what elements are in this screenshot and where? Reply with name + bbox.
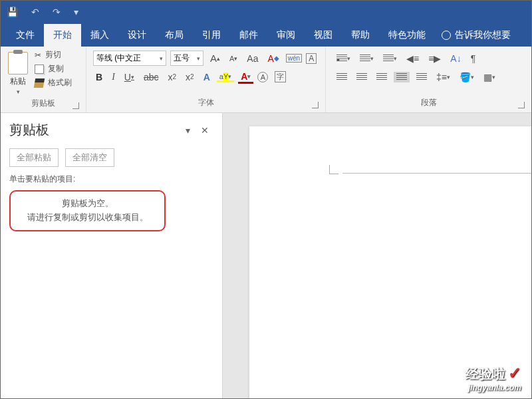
char-border-button[interactable]: A bbox=[306, 53, 317, 64]
copy-icon bbox=[35, 65, 44, 74]
clipboard-pane: 剪贴板 ▾ ✕ 全部粘贴 全部清空 单击要粘贴的项目: 剪贴板为空。 请进行复制… bbox=[0, 113, 223, 399]
tab-references[interactable]: 引用 bbox=[193, 24, 230, 47]
ribbon-tabs: 文件 开始 插入 设计 布局 引用 邮件 审阅 视图 帮助 特色功能 告诉我你想… bbox=[0, 24, 532, 47]
tab-help[interactable]: 帮助 bbox=[342, 24, 379, 47]
numbering-button[interactable]: ▾ bbox=[357, 53, 376, 64]
grow-font-button[interactable]: A▴ bbox=[207, 51, 223, 65]
decrease-indent-button[interactable]: ◀≡ bbox=[404, 52, 422, 65]
clipboard-launcher-icon[interactable] bbox=[72, 102, 79, 109]
tab-layout[interactable]: 布局 bbox=[156, 24, 193, 47]
clipboard-group: 粘贴 ▾ ✂ 剪切 复制 格式刷 剪贴板 bbox=[0, 47, 86, 112]
pane-options-icon[interactable]: ▾ bbox=[182, 125, 194, 136]
cut-label: 剪切 bbox=[45, 49, 61, 61]
workspace: 剪贴板 ▾ ✕ 全部粘贴 全部清空 单击要粘贴的项目: 剪贴板为空。 请进行复制… bbox=[0, 113, 532, 399]
close-icon[interactable]: ✕ bbox=[197, 125, 213, 136]
enclose-char-button[interactable]: 字 bbox=[272, 70, 289, 84]
strikethrough-button[interactable]: abc bbox=[141, 70, 162, 84]
multilevel-button[interactable]: ▾ bbox=[380, 53, 400, 64]
font-name-combo[interactable]: 等线 (中文正▾ bbox=[93, 51, 166, 66]
tab-special[interactable]: 特色功能 bbox=[379, 24, 435, 47]
document-canvas[interactable]: 页眉 bbox=[223, 113, 532, 399]
align-right-button[interactable] bbox=[374, 72, 390, 82]
paragraph-launcher-icon[interactable] bbox=[518, 102, 525, 108]
tab-view[interactable]: 视图 bbox=[305, 24, 342, 47]
font-group-label: 字体 bbox=[92, 97, 320, 110]
pane-title: 剪贴板 bbox=[9, 121, 49, 139]
sort-button[interactable]: A↓ bbox=[448, 52, 464, 65]
clear-format-button[interactable]: A◆ bbox=[265, 52, 281, 65]
save-icon[interactable]: 💾 bbox=[7, 7, 18, 17]
shrink-font-button[interactable]: A▾ bbox=[227, 53, 240, 64]
header-underline bbox=[342, 173, 532, 174]
redo-icon[interactable]: ↷ bbox=[53, 7, 61, 17]
paragraph-group: ▾ ▾ ▾ ◀≡ ≡▶ A↓ ¶ ‡≡▾ 🪣▾ ▦▾ 段落 bbox=[326, 47, 532, 112]
copy-label: 复制 bbox=[48, 63, 64, 74]
char-shading-button[interactable]: A bbox=[257, 72, 268, 82]
watermark-url: jingyanla.com bbox=[466, 383, 521, 392]
tab-review[interactable]: 审阅 bbox=[267, 24, 305, 47]
paragraph-group-label: 段落 bbox=[331, 97, 526, 110]
font-group: 等线 (中文正▾ 五号▾ A▴ A▾ Aa A◆ wén A B I U ▾ a… bbox=[86, 47, 326, 112]
header-margin-mark bbox=[329, 165, 338, 174]
clipboard-icon bbox=[8, 52, 28, 74]
qat-more-icon[interactable]: ▾ bbox=[74, 7, 78, 17]
font-size-combo[interactable]: 五号▾ bbox=[170, 51, 203, 66]
ribbon: 粘贴 ▾ ✂ 剪切 复制 格式刷 剪贴板 bbox=[0, 47, 532, 113]
watermark: 经验啦 ✓ jingyanla.com bbox=[466, 364, 521, 392]
superscript-button[interactable]: x2 bbox=[183, 70, 197, 84]
distribute-button[interactable] bbox=[414, 72, 430, 82]
scissors-icon: ✂ bbox=[35, 51, 41, 60]
chevron-down-icon: ▾ bbox=[17, 88, 20, 95]
quick-access-toolbar: 💾 ↶ ↷ ▾ bbox=[0, 0, 532, 24]
borders-button[interactable]: ▦▾ bbox=[481, 70, 498, 84]
document-page[interactable]: 页眉 bbox=[249, 126, 532, 399]
tab-insert[interactable]: 插入 bbox=[81, 24, 118, 47]
font-launcher-icon[interactable] bbox=[312, 102, 319, 108]
bullets-button[interactable]: ▾ bbox=[334, 53, 353, 64]
change-case-button[interactable]: Aa bbox=[244, 52, 261, 65]
tab-mailings[interactable]: 邮件 bbox=[230, 24, 267, 47]
tell-me-search[interactable]: 告诉我你想要 bbox=[435, 24, 517, 47]
align-left-button[interactable] bbox=[334, 72, 350, 82]
tab-design[interactable]: 设计 bbox=[118, 24, 156, 47]
align-center-button[interactable] bbox=[354, 72, 370, 82]
show-marks-button[interactable]: ¶ bbox=[468, 52, 479, 65]
undo-icon[interactable]: ↶ bbox=[31, 7, 39, 17]
empty-line2: 请进行复制或剪切以收集项目。 bbox=[20, 211, 155, 225]
paste-all-button[interactable]: 全部粘贴 bbox=[9, 148, 59, 167]
font-color-button[interactable]: A▾ bbox=[238, 70, 253, 84]
highlight-button[interactable]: aY▾ bbox=[217, 71, 234, 82]
format-painter-label: 格式刷 bbox=[48, 77, 72, 88]
clipboard-group-label: 剪贴板 bbox=[5, 98, 80, 110]
tab-home[interactable]: 开始 bbox=[44, 24, 81, 47]
brush-icon bbox=[34, 78, 45, 88]
clear-all-button[interactable]: 全部清空 bbox=[65, 148, 114, 167]
justify-button[interactable] bbox=[394, 72, 410, 82]
tell-me-label: 告诉我你想要 bbox=[455, 29, 511, 41]
line-spacing-button[interactable]: ‡≡▾ bbox=[434, 70, 453, 84]
format-painter-button[interactable]: 格式刷 bbox=[35, 77, 72, 88]
pane-prompt: 单击要粘贴的项目: bbox=[9, 174, 213, 185]
shading-button[interactable]: 🪣▾ bbox=[457, 70, 477, 84]
subscript-button[interactable]: x2 bbox=[166, 70, 180, 84]
italic-button[interactable]: I bbox=[109, 70, 118, 84]
phonetic-guide-button[interactable]: wén bbox=[286, 54, 302, 63]
cut-button[interactable]: ✂ 剪切 bbox=[35, 49, 72, 61]
empty-line1: 剪贴板为空。 bbox=[20, 197, 155, 211]
paste-label: 粘贴 bbox=[10, 76, 26, 87]
increase-indent-button[interactable]: ≡▶ bbox=[426, 52, 444, 65]
paste-button[interactable]: 粘贴 ▾ bbox=[5, 49, 31, 98]
copy-button[interactable]: 复制 bbox=[35, 63, 72, 74]
underline-button[interactable]: U ▾ bbox=[122, 70, 137, 84]
text-effects-button[interactable]: A bbox=[201, 70, 213, 84]
lightbulb-icon bbox=[442, 31, 451, 40]
bold-button[interactable]: B bbox=[93, 70, 105, 84]
empty-clipboard-callout: 剪贴板为空。 请进行复制或剪切以收集项目。 bbox=[9, 190, 166, 231]
check-icon: ✓ bbox=[508, 364, 521, 382]
tab-file[interactable]: 文件 bbox=[7, 24, 44, 47]
watermark-text: 经验啦 bbox=[466, 366, 505, 381]
